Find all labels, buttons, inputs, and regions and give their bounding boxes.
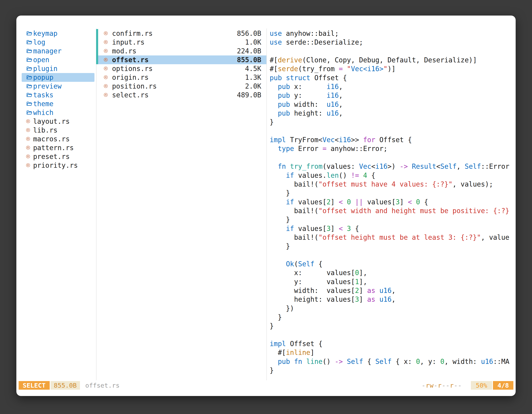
list-item[interactable]: ® preset.rs (22, 152, 95, 161)
list-item[interactable]: ® plugin (22, 64, 95, 73)
code-line: height: values[3] as u16, (270, 295, 514, 304)
file-size: 4.5K (245, 65, 261, 73)
file-size: 1.3K (245, 73, 261, 81)
code-line (270, 331, 514, 339)
permission-char: r (450, 382, 454, 389)
code-line: } (270, 189, 514, 197)
folder-icon (26, 83, 32, 89)
file-size: 224.0B (237, 47, 261, 55)
item-name: priority.rs (33, 161, 78, 169)
list-item[interactable]: ® priority.rs (22, 161, 95, 170)
item-name: manager (33, 47, 62, 55)
item-name: preview (33, 82, 62, 90)
file-row[interactable]: ® origin.rs 1.3K (98, 73, 266, 82)
cursor-position-badge: 4/8 (493, 381, 513, 390)
file-row[interactable]: ® confirm.rs 856.0B (98, 29, 266, 38)
rust-file-icon: ® (26, 162, 30, 169)
file-name: options.rs (112, 65, 153, 73)
code-line: use serde::Deserialize; (270, 38, 514, 47)
preview-pane[interactable]: use anyhow::bail;use serde::Deserialize;… (270, 29, 514, 375)
file-size: 489.0B (237, 91, 261, 99)
code-line: } (270, 366, 514, 375)
item-name: preset.rs (33, 153, 70, 161)
rust-file-icon: ® (104, 92, 108, 98)
file-row[interactable]: ® offset.rs 855.0B (98, 55, 266, 64)
code-line: pub x: i16, (270, 82, 514, 91)
permission-char: rw (426, 382, 434, 389)
item-name: popup (33, 73, 53, 81)
list-item[interactable]: ® preview (22, 82, 95, 91)
file-manager-window: ® keymap ® log (16, 16, 516, 396)
list-item[interactable]: ® manager (22, 47, 95, 55)
file-size: 855.0B (237, 56, 261, 64)
folder-icon (26, 39, 32, 45)
list-item[interactable]: ® which (22, 108, 95, 117)
folder-icon (26, 110, 32, 116)
file-size: 856.0B (237, 29, 261, 38)
status-filename: offset.rs (85, 382, 120, 389)
rust-file-icon: ® (104, 66, 108, 72)
code-line: #[serde(try_from = "Vec<i16>")] (270, 64, 514, 73)
list-item[interactable]: ® popup (22, 73, 95, 82)
code-line: pub width: u16, (270, 100, 514, 109)
permission-char: - (434, 382, 438, 389)
code-line: if values.len() != 4 { (270, 171, 514, 180)
file-row[interactable]: ® position.rs 2.0K (98, 82, 266, 91)
folder-icon (26, 31, 32, 36)
code-line: use anyhow::bail; (270, 29, 514, 38)
item-name: lib.rs (33, 126, 57, 134)
file-size: 2.0K (245, 82, 261, 90)
list-item[interactable]: ® macros.rs (22, 135, 95, 143)
list-item[interactable]: ® lib.rs (22, 126, 95, 135)
list-item[interactable]: ® layout.rs (22, 117, 95, 126)
code-line: } (270, 242, 514, 250)
permission-char: -- (454, 382, 462, 389)
current-pane[interactable]: ® confirm.rs 856.0B ® input.rs 1.0K (98, 29, 266, 99)
code-line: x: values[0], (270, 268, 514, 277)
code-line: bail!("offset must have 4 values: {:?}",… (270, 180, 514, 189)
code-line: Ok(Self { (270, 260, 514, 268)
list-item[interactable]: ® open (22, 55, 95, 64)
item-name: layout.rs (33, 117, 70, 125)
file-name: select.rs (112, 91, 149, 99)
code-line (270, 47, 514, 56)
item-name: theme (33, 100, 53, 108)
file-row[interactable]: ® select.rs 489.0B (98, 91, 266, 99)
permission-char: r (438, 382, 442, 389)
folder-icon (26, 57, 32, 63)
item-name: log (33, 38, 45, 46)
folder-icon (26, 75, 32, 80)
code-line (270, 153, 514, 162)
file-name: input.rs (112, 38, 144, 46)
code-line: impl TryFrom<Vec<i16>> for Offset { (270, 135, 514, 144)
list-item[interactable]: ® tasks (22, 91, 95, 99)
file-row[interactable]: ® input.rs 1.0K (98, 38, 266, 47)
rust-file-icon: ® (104, 74, 108, 81)
code-line (270, 127, 514, 135)
item-name: which (33, 109, 53, 116)
code-line: bail!("offset width and height must be p… (270, 206, 514, 215)
list-item[interactable]: ® log (22, 38, 95, 47)
rust-file-icon: ® (26, 118, 30, 125)
list-item[interactable]: ® pattern.rs (22, 143, 95, 152)
scroll-percent-badge: 50% (471, 381, 492, 390)
code-line: }) (270, 304, 514, 313)
rust-file-icon: ® (104, 57, 108, 63)
file-row[interactable]: ® mod.rs 224.0B (98, 47, 266, 55)
file-row[interactable]: ® options.rs 4.5K (98, 64, 266, 73)
code-line: impl Offset { (270, 339, 514, 348)
item-name: tasks (33, 91, 53, 99)
code-line: } (270, 215, 514, 224)
file-name: origin.rs (112, 73, 149, 81)
rust-file-icon: ® (104, 39, 108, 45)
rust-file-icon: ® (26, 144, 30, 151)
file-name: confirm.rs (112, 29, 153, 38)
folder-icon (26, 66, 32, 72)
list-item[interactable]: ® theme (22, 99, 95, 108)
item-name: open (33, 56, 49, 64)
list-item[interactable]: ® keymap (22, 29, 95, 38)
rust-file-icon: ® (26, 154, 30, 160)
item-name: plugin (33, 65, 57, 73)
code-line: #[derive(Clone, Copy, Debug, Default, De… (270, 56, 514, 64)
parent-pane[interactable]: ® keymap ® log (22, 29, 95, 170)
